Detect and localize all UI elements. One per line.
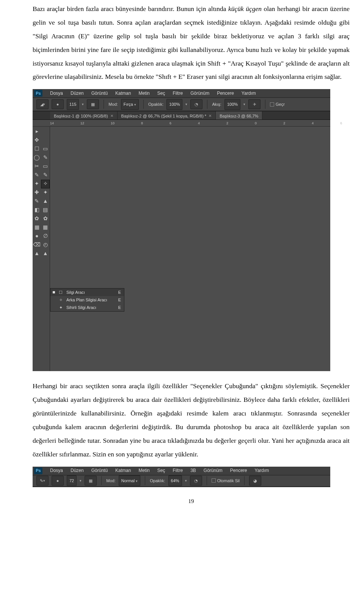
paragraph-1-italic: küçük üçgen <box>228 5 262 13</box>
paragraph-1-part1: Bazı araçlar birden fazla aracı bünyesin… <box>33 5 228 13</box>
menu-sec[interactable]: Seç <box>154 89 169 98</box>
eraser-flyout-menu: ☐Silgi Aracı E ✧Arka Plan Silgisi Aracı … <box>50 288 124 312</box>
flyout-sihirli-silgi[interactable]: ✦Sihirli Silgi Aracı E <box>50 304 124 311</box>
menu-dosya[interactable]: Dosya <box>46 89 67 98</box>
document-tabs: Başlıksız-1 @ 100% (RGB/8)✕ Başlıksız-2 … <box>33 111 330 120</box>
chevron-down-icon[interactable]: ▾ <box>243 101 245 108</box>
opacity-label: Opaklık: <box>150 477 165 485</box>
ruler: 141210 864 202 468 1012 <box>33 120 330 127</box>
chevron-down-icon[interactable]: ▾ <box>82 101 84 108</box>
menubar: Ps Dosya Düzen Görüntü Katman Metin Seç … <box>33 467 330 475</box>
selected-dot-icon <box>53 291 55 293</box>
separator <box>101 476 102 485</box>
opacity-field[interactable]: 100% <box>166 99 182 110</box>
gecr-checkbox[interactable]: Geçr <box>270 100 285 109</box>
flyout-arkaplan-silgisi[interactable]: ✧Arka Plan Silgisi Aracı E <box>50 296 124 304</box>
photoshop-screenshot-2: Ps Dosya Düzen Görüntü Katman Metin Seç … <box>33 467 330 487</box>
pressure-opacity-icon[interactable]: ◔ <box>190 99 202 109</box>
menu-katman[interactable]: Katman <box>111 466 135 475</box>
brush-size-field[interactable]: 72 <box>67 475 77 486</box>
menu-metin[interactable]: Metin <box>135 466 153 475</box>
menu-pencere[interactable]: Pencere <box>213 89 238 98</box>
separator <box>207 100 207 109</box>
mode-label: Mod: <box>106 477 115 485</box>
flow-label: Akış: <box>212 100 221 109</box>
opacity-label: Opaklık: <box>148 100 163 109</box>
paragraph-2: Herhangi bir aracı seçtikten sonra araçl… <box>33 379 350 461</box>
menu-yardim[interactable]: Yardım <box>251 466 273 475</box>
tool-preset-icon[interactable]: ◢▾ <box>36 99 49 109</box>
brush-panel-icon[interactable]: ▦ <box>85 476 97 486</box>
menu-filtre[interactable]: Filtre <box>169 89 187 98</box>
separator <box>207 476 207 485</box>
separator <box>265 100 265 109</box>
paragraph-1-part2: olan herhangi bir aracın üzerine gelin v… <box>33 5 350 80</box>
menu-duzen[interactable]: Düzen <box>67 466 88 475</box>
menu-pencere[interactable]: Pencere <box>226 466 251 475</box>
photoshop-logo-icon: Ps <box>34 90 42 97</box>
mode-select[interactable]: Normal ▾ <box>119 475 141 486</box>
menu-duzen[interactable]: Düzen <box>67 89 88 98</box>
tab-basliksiz-1[interactable]: Başlıksız-1 @ 100% (RGB/8)✕ <box>50 111 118 119</box>
menu-gorunum[interactable]: Görünüm <box>200 466 226 475</box>
airbrush-icon[interactable]: ✈ <box>248 99 260 109</box>
options-bar: ◢▾ ● 115 ▾ ▦ Mod: Fırça ▾ Opaklık: 100% … <box>33 98 330 111</box>
flow-field[interactable]: 100% <box>224 99 240 110</box>
tab-basliksiz-2[interactable]: Başlıksız-2 @ 66,7% (Şekil 1 kopya, RGB/… <box>118 111 216 119</box>
pressure-opacity-icon[interactable]: ◔ <box>190 476 202 486</box>
menu-3b[interactable]: 3B <box>187 466 200 475</box>
close-icon[interactable]: ✕ <box>209 112 212 120</box>
menu-katman[interactable]: Katman <box>111 89 135 98</box>
menu-goruntu[interactable]: Görüntü <box>88 89 111 98</box>
auto-erase-checkbox[interactable]: Otomatik Sil <box>212 477 240 485</box>
mode-label: Mod: <box>108 100 118 109</box>
menu-filtre[interactable]: Filtre <box>169 466 187 475</box>
menu-yardim[interactable]: Yardım <box>238 89 260 98</box>
menu-dosya[interactable]: Dosya <box>46 466 67 475</box>
brush-preset-icon[interactable]: ● <box>52 99 64 109</box>
chevron-down-icon[interactable]: ▾ <box>185 477 187 484</box>
chevron-down-icon[interactable]: ▾ <box>185 101 187 108</box>
brush-preset-icon[interactable]: ● <box>52 476 64 486</box>
flyout-silgi-araci[interactable]: ☐Silgi Aracı E <box>50 288 124 296</box>
separator <box>244 476 245 485</box>
opacity-field[interactable]: 64% <box>168 475 182 486</box>
brush-panel-icon[interactable]: ▦ <box>87 99 99 109</box>
page-number: 19 <box>33 495 350 507</box>
separator <box>143 100 144 109</box>
photoshop-screenshot-1: Ps Dosya Düzen Görüntü Katman Metin Seç … <box>33 89 330 371</box>
mode-select[interactable]: Fırça ▾ <box>121 99 139 110</box>
photoshop-logo-icon: Ps <box>34 467 42 474</box>
paragraph-1: Bazı araçlar birden fazla aracı bünyesin… <box>33 2 350 84</box>
close-icon[interactable]: ✕ <box>110 112 113 120</box>
menubar: Ps Dosya Düzen Görüntü Katman Metin Seç … <box>33 89 330 98</box>
canvas-area[interactable] <box>50 127 330 371</box>
menu-goruntu[interactable]: Görüntü <box>88 466 111 475</box>
menu-sec[interactable]: Seç <box>154 466 169 475</box>
tab-basliksiz-3[interactable]: Başlıksız-3 @ 66,7% <box>216 111 262 119</box>
chevron-down-icon[interactable]: ▾ <box>80 477 82 484</box>
menu-gorunum[interactable]: Görünüm <box>187 89 213 98</box>
tool-preset-icon[interactable]: ✎▾ <box>36 476 49 486</box>
separator <box>104 100 104 109</box>
options-bar: ✎▾ ● 72 ▾ ▦ Mod: Normal ▾ Opaklık: 64% ▾… <box>33 475 330 487</box>
menu-metin[interactable]: Metin <box>135 89 153 98</box>
magic-eraser-icon: ✦ <box>58 303 63 312</box>
pressure-size-icon[interactable]: ◕ <box>249 476 261 486</box>
tools-panel: ▸ ✥ ☐▭ ◯✎ ✂▭ ✎✎ ✦✧ ✚✦ ✎▲ ◧▤ ✿✿ ▦▦ ●∅ ⌫◴ … <box>33 127 50 371</box>
brush-size-field[interactable]: 115 <box>67 99 79 110</box>
separator <box>145 476 145 485</box>
shortcut-key: E <box>118 303 121 312</box>
screen-mode-icon[interactable]: ▲ <box>33 249 41 258</box>
